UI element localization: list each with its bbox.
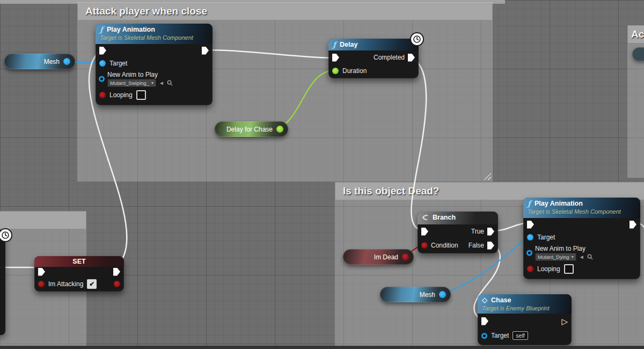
exec-in-pin[interactable] bbox=[332, 54, 339, 62]
back-arrow-icon[interactable]: ◄ bbox=[579, 255, 584, 260]
comment-top-right-partial-title[interactable]: Ac bbox=[628, 26, 644, 43]
object-pin[interactable] bbox=[63, 58, 70, 65]
pin-label-false: False bbox=[469, 242, 484, 249]
exec-out-pin[interactable] bbox=[113, 268, 120, 276]
blueprint-canvas[interactable]: Attack player when close Is this object … bbox=[0, 0, 644, 349]
variable-get-im-dead[interactable]: Im Dead bbox=[343, 249, 414, 265]
false-exec-out-pin[interactable] bbox=[487, 242, 494, 250]
node-subtitle: Target is Skeletal Mesh Component bbox=[100, 34, 208, 41]
anim-select-dropdown[interactable]: Mutant_Dying ▾ bbox=[535, 253, 576, 261]
float-pin[interactable] bbox=[276, 126, 283, 133]
variable-get-mesh-1[interactable]: Mesh bbox=[4, 54, 75, 69]
pin-label-condition: Condition bbox=[431, 242, 458, 249]
pin-label-new-anim: New Anim to Play bbox=[535, 245, 640, 252]
anim-select-value: Mutant_Dying bbox=[538, 254, 569, 260]
node-title: Play Animation bbox=[107, 25, 155, 34]
pin-label-true: True bbox=[471, 228, 484, 235]
search-icon[interactable] bbox=[167, 80, 173, 86]
anim-select-value: Mutant_Swiping_ bbox=[110, 80, 149, 86]
offscreen-node-left[interactable] bbox=[0, 230, 5, 335]
comment-resize-handle[interactable] bbox=[484, 173, 491, 180]
node-branch[interactable]: Branch True Condition False bbox=[418, 212, 498, 253]
pin-label-duration: Duration bbox=[342, 67, 367, 75]
variable-label: Mesh bbox=[44, 58, 60, 66]
viewport-bottom-band bbox=[0, 346, 644, 349]
duration-pin[interactable] bbox=[332, 68, 339, 74]
exec-in-pin[interactable] bbox=[38, 268, 45, 276]
pin-label-im-attacking: Im Attacking bbox=[48, 280, 83, 288]
node-play-animation-1[interactable]: ƒ Play Animation Target is Skeletal Mesh… bbox=[96, 24, 213, 105]
exec-in-pin[interactable] bbox=[99, 47, 106, 55]
new-anim-pin[interactable] bbox=[99, 76, 105, 82]
node-title: Play Animation bbox=[535, 199, 583, 208]
variable-get-delay-for-chase[interactable]: Delay for Chase bbox=[215, 121, 288, 137]
comment-attack-player-title[interactable]: Attack player when close bbox=[78, 3, 492, 20]
looping-pin[interactable] bbox=[527, 266, 533, 272]
node-subtitle: Target is Skeletal Mesh Component bbox=[528, 208, 636, 215]
node-title: Delay bbox=[340, 40, 357, 49]
node-delay[interactable]: ƒ Delay Completed Duration bbox=[328, 39, 419, 78]
node-play-animation-2[interactable]: ƒ Play Animation Target is Skeletal Mesh… bbox=[523, 198, 640, 279]
search-icon[interactable] bbox=[587, 254, 593, 260]
function-icon: ƒ bbox=[100, 26, 103, 33]
condition-pin[interactable] bbox=[421, 242, 428, 249]
pin-label-target: Target bbox=[491, 332, 509, 339]
comment-left-partial-title[interactable] bbox=[0, 212, 86, 229]
node-subtitle: Target is Enemy Blueprint bbox=[482, 304, 567, 312]
variable-label: Im Dead bbox=[374, 253, 398, 261]
exec-in-pin[interactable] bbox=[527, 221, 534, 229]
chevron-down-icon: ▾ bbox=[572, 255, 574, 259]
function-icon: ƒ bbox=[333, 41, 336, 48]
chevron-down-icon: ▾ bbox=[151, 81, 153, 85]
new-anim-pin[interactable] bbox=[526, 250, 532, 256]
pin-label-target: Target bbox=[537, 234, 555, 241]
variable-label: Mesh bbox=[420, 291, 435, 299]
target-self-value[interactable]: self bbox=[513, 331, 528, 340]
pin-label-looping: Looping bbox=[537, 265, 560, 273]
im-attacking-pin[interactable] bbox=[38, 281, 45, 287]
exec-out-pin[interactable] bbox=[630, 221, 636, 229]
completed-exec-out-pin[interactable] bbox=[408, 54, 415, 62]
branch-icon bbox=[422, 214, 429, 221]
exec-in-pin[interactable] bbox=[481, 317, 488, 325]
pin-label-target: Target bbox=[109, 60, 127, 67]
true-exec-out-pin[interactable] bbox=[487, 228, 494, 236]
node-set-im-attacking[interactable]: SET Im Attacking ✔ bbox=[34, 256, 124, 292]
node-title: Branch bbox=[433, 213, 456, 222]
exec-in-pin[interactable] bbox=[421, 228, 428, 236]
variable-get-partial[interactable] bbox=[632, 47, 644, 61]
pin-label-looping: Looping bbox=[109, 91, 133, 99]
pin-label-completed: Completed bbox=[374, 54, 405, 61]
node-title: Chase bbox=[491, 296, 511, 304]
target-pin[interactable] bbox=[527, 234, 533, 241]
anim-select-dropdown[interactable]: Mutant_Swiping_ ▾ bbox=[107, 79, 156, 87]
clock-icon bbox=[0, 229, 11, 241]
object-pin[interactable] bbox=[439, 291, 446, 298]
target-pin[interactable] bbox=[99, 60, 106, 67]
exec-out-pin-unconnected[interactable]: ▷ bbox=[561, 317, 568, 325]
variable-label: Delay for Chase bbox=[226, 126, 273, 133]
target-pin[interactable] bbox=[481, 333, 487, 339]
node-title: SET bbox=[72, 258, 85, 265]
node-chase[interactable]: ◇ Chase Target is Enemy Blueprint ▷ Targ… bbox=[478, 294, 572, 345]
pin-label-new-anim: New Anim to Play bbox=[107, 71, 213, 78]
looping-checkbox[interactable] bbox=[136, 90, 146, 100]
clock-icon bbox=[411, 33, 423, 45]
bool-pin[interactable] bbox=[402, 253, 409, 260]
looping-pin[interactable] bbox=[99, 92, 106, 98]
bool-out-pin[interactable] bbox=[114, 281, 120, 287]
back-arrow-icon[interactable]: ◄ bbox=[159, 81, 164, 86]
variable-get-mesh-2[interactable]: Mesh bbox=[380, 287, 451, 302]
function-icon: ƒ bbox=[528, 200, 531, 207]
im-attacking-checkbox[interactable]: ✔ bbox=[87, 279, 97, 289]
looping-checkbox[interactable] bbox=[564, 264, 574, 274]
event-diamond-icon: ◇ bbox=[482, 296, 487, 304]
exec-out-pin[interactable] bbox=[202, 47, 209, 55]
